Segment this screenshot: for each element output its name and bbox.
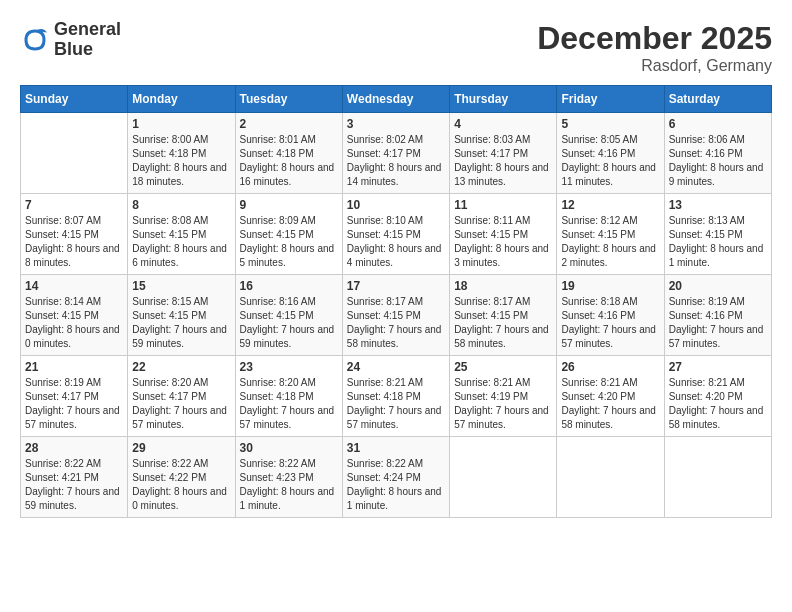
weekday-header: Friday	[557, 86, 664, 113]
calendar-cell: 5Sunrise: 8:05 AMSunset: 4:16 PMDaylight…	[557, 113, 664, 194]
calendar-cell: 28Sunrise: 8:22 AMSunset: 4:21 PMDayligh…	[21, 437, 128, 518]
day-number: 2	[240, 117, 338, 131]
calendar-cell: 27Sunrise: 8:21 AMSunset: 4:20 PMDayligh…	[664, 356, 771, 437]
day-info: Sunrise: 8:22 AMSunset: 4:23 PMDaylight:…	[240, 457, 338, 513]
calendar-cell: 16Sunrise: 8:16 AMSunset: 4:15 PMDayligh…	[235, 275, 342, 356]
day-info: Sunrise: 8:21 AMSunset: 4:20 PMDaylight:…	[669, 376, 767, 432]
logo-icon	[20, 25, 50, 55]
day-info: Sunrise: 8:12 AMSunset: 4:15 PMDaylight:…	[561, 214, 659, 270]
month-title: December 2025	[537, 20, 772, 57]
logo-line1: General	[54, 20, 121, 40]
calendar-cell: 17Sunrise: 8:17 AMSunset: 4:15 PMDayligh…	[342, 275, 449, 356]
day-info: Sunrise: 8:02 AMSunset: 4:17 PMDaylight:…	[347, 133, 445, 189]
day-info: Sunrise: 8:19 AMSunset: 4:16 PMDaylight:…	[669, 295, 767, 351]
calendar-cell: 26Sunrise: 8:21 AMSunset: 4:20 PMDayligh…	[557, 356, 664, 437]
day-number: 13	[669, 198, 767, 212]
day-info: Sunrise: 8:21 AMSunset: 4:19 PMDaylight:…	[454, 376, 552, 432]
day-info: Sunrise: 8:13 AMSunset: 4:15 PMDaylight:…	[669, 214, 767, 270]
day-number: 4	[454, 117, 552, 131]
calendar-cell: 23Sunrise: 8:20 AMSunset: 4:18 PMDayligh…	[235, 356, 342, 437]
day-info: Sunrise: 8:22 AMSunset: 4:21 PMDaylight:…	[25, 457, 123, 513]
calendar-cell: 2Sunrise: 8:01 AMSunset: 4:18 PMDaylight…	[235, 113, 342, 194]
day-info: Sunrise: 8:19 AMSunset: 4:17 PMDaylight:…	[25, 376, 123, 432]
calendar-cell: 9Sunrise: 8:09 AMSunset: 4:15 PMDaylight…	[235, 194, 342, 275]
calendar-cell	[557, 437, 664, 518]
calendar-cell: 1Sunrise: 8:00 AMSunset: 4:18 PMDaylight…	[128, 113, 235, 194]
day-number: 18	[454, 279, 552, 293]
day-number: 10	[347, 198, 445, 212]
calendar-cell: 20Sunrise: 8:19 AMSunset: 4:16 PMDayligh…	[664, 275, 771, 356]
day-number: 26	[561, 360, 659, 374]
weekday-header: Tuesday	[235, 86, 342, 113]
page-header: General Blue December 2025 Rasdorf, Germ…	[20, 20, 772, 75]
calendar-cell: 19Sunrise: 8:18 AMSunset: 4:16 PMDayligh…	[557, 275, 664, 356]
calendar-cell: 31Sunrise: 8:22 AMSunset: 4:24 PMDayligh…	[342, 437, 449, 518]
calendar-cell: 21Sunrise: 8:19 AMSunset: 4:17 PMDayligh…	[21, 356, 128, 437]
day-number: 19	[561, 279, 659, 293]
weekday-header: Monday	[128, 86, 235, 113]
day-info: Sunrise: 8:21 AMSunset: 4:18 PMDaylight:…	[347, 376, 445, 432]
day-info: Sunrise: 8:06 AMSunset: 4:16 PMDaylight:…	[669, 133, 767, 189]
calendar-cell: 4Sunrise: 8:03 AMSunset: 4:17 PMDaylight…	[450, 113, 557, 194]
day-number: 9	[240, 198, 338, 212]
day-number: 16	[240, 279, 338, 293]
weekday-header: Sunday	[21, 86, 128, 113]
calendar-cell: 12Sunrise: 8:12 AMSunset: 4:15 PMDayligh…	[557, 194, 664, 275]
day-number: 7	[25, 198, 123, 212]
calendar-week-row: 21Sunrise: 8:19 AMSunset: 4:17 PMDayligh…	[21, 356, 772, 437]
day-info: Sunrise: 8:09 AMSunset: 4:15 PMDaylight:…	[240, 214, 338, 270]
weekday-header: Thursday	[450, 86, 557, 113]
calendar-cell	[21, 113, 128, 194]
calendar-cell: 13Sunrise: 8:13 AMSunset: 4:15 PMDayligh…	[664, 194, 771, 275]
day-info: Sunrise: 8:21 AMSunset: 4:20 PMDaylight:…	[561, 376, 659, 432]
calendar-cell: 10Sunrise: 8:10 AMSunset: 4:15 PMDayligh…	[342, 194, 449, 275]
calendar-cell: 24Sunrise: 8:21 AMSunset: 4:18 PMDayligh…	[342, 356, 449, 437]
day-number: 30	[240, 441, 338, 455]
calendar-cell: 11Sunrise: 8:11 AMSunset: 4:15 PMDayligh…	[450, 194, 557, 275]
day-number: 20	[669, 279, 767, 293]
day-number: 17	[347, 279, 445, 293]
calendar-cell: 8Sunrise: 8:08 AMSunset: 4:15 PMDaylight…	[128, 194, 235, 275]
day-info: Sunrise: 8:17 AMSunset: 4:15 PMDaylight:…	[454, 295, 552, 351]
day-info: Sunrise: 8:00 AMSunset: 4:18 PMDaylight:…	[132, 133, 230, 189]
calendar-week-row: 14Sunrise: 8:14 AMSunset: 4:15 PMDayligh…	[21, 275, 772, 356]
calendar-cell: 3Sunrise: 8:02 AMSunset: 4:17 PMDaylight…	[342, 113, 449, 194]
day-number: 1	[132, 117, 230, 131]
day-number: 14	[25, 279, 123, 293]
calendar-cell: 18Sunrise: 8:17 AMSunset: 4:15 PMDayligh…	[450, 275, 557, 356]
day-number: 12	[561, 198, 659, 212]
calendar-cell: 25Sunrise: 8:21 AMSunset: 4:19 PMDayligh…	[450, 356, 557, 437]
day-info: Sunrise: 8:22 AMSunset: 4:22 PMDaylight:…	[132, 457, 230, 513]
day-number: 15	[132, 279, 230, 293]
calendar-cell	[664, 437, 771, 518]
day-info: Sunrise: 8:22 AMSunset: 4:24 PMDaylight:…	[347, 457, 445, 513]
day-info: Sunrise: 8:15 AMSunset: 4:15 PMDaylight:…	[132, 295, 230, 351]
calendar-week-row: 28Sunrise: 8:22 AMSunset: 4:21 PMDayligh…	[21, 437, 772, 518]
day-info: Sunrise: 8:17 AMSunset: 4:15 PMDaylight:…	[347, 295, 445, 351]
day-number: 27	[669, 360, 767, 374]
calendar-week-row: 1Sunrise: 8:00 AMSunset: 4:18 PMDaylight…	[21, 113, 772, 194]
day-number: 3	[347, 117, 445, 131]
day-number: 28	[25, 441, 123, 455]
day-info: Sunrise: 8:07 AMSunset: 4:15 PMDaylight:…	[25, 214, 123, 270]
calendar-cell: 7Sunrise: 8:07 AMSunset: 4:15 PMDaylight…	[21, 194, 128, 275]
day-info: Sunrise: 8:10 AMSunset: 4:15 PMDaylight:…	[347, 214, 445, 270]
logo: General Blue	[20, 20, 121, 60]
day-number: 25	[454, 360, 552, 374]
day-number: 21	[25, 360, 123, 374]
day-info: Sunrise: 8:01 AMSunset: 4:18 PMDaylight:…	[240, 133, 338, 189]
weekday-header: Wednesday	[342, 86, 449, 113]
day-info: Sunrise: 8:20 AMSunset: 4:18 PMDaylight:…	[240, 376, 338, 432]
calendar-cell: 22Sunrise: 8:20 AMSunset: 4:17 PMDayligh…	[128, 356, 235, 437]
day-number: 5	[561, 117, 659, 131]
title-block: December 2025 Rasdorf, Germany	[537, 20, 772, 75]
day-info: Sunrise: 8:08 AMSunset: 4:15 PMDaylight:…	[132, 214, 230, 270]
day-info: Sunrise: 8:14 AMSunset: 4:15 PMDaylight:…	[25, 295, 123, 351]
calendar-cell: 6Sunrise: 8:06 AMSunset: 4:16 PMDaylight…	[664, 113, 771, 194]
day-number: 11	[454, 198, 552, 212]
day-info: Sunrise: 8:18 AMSunset: 4:16 PMDaylight:…	[561, 295, 659, 351]
day-number: 24	[347, 360, 445, 374]
day-info: Sunrise: 8:20 AMSunset: 4:17 PMDaylight:…	[132, 376, 230, 432]
weekday-header-row: SundayMondayTuesdayWednesdayThursdayFrid…	[21, 86, 772, 113]
day-number: 8	[132, 198, 230, 212]
